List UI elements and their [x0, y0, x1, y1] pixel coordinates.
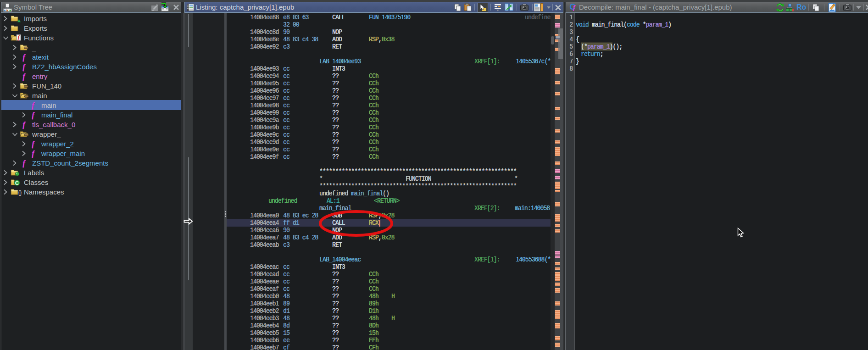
svg-text:{}: {} — [18, 189, 22, 196]
svg-text:C: C — [15, 180, 19, 186]
